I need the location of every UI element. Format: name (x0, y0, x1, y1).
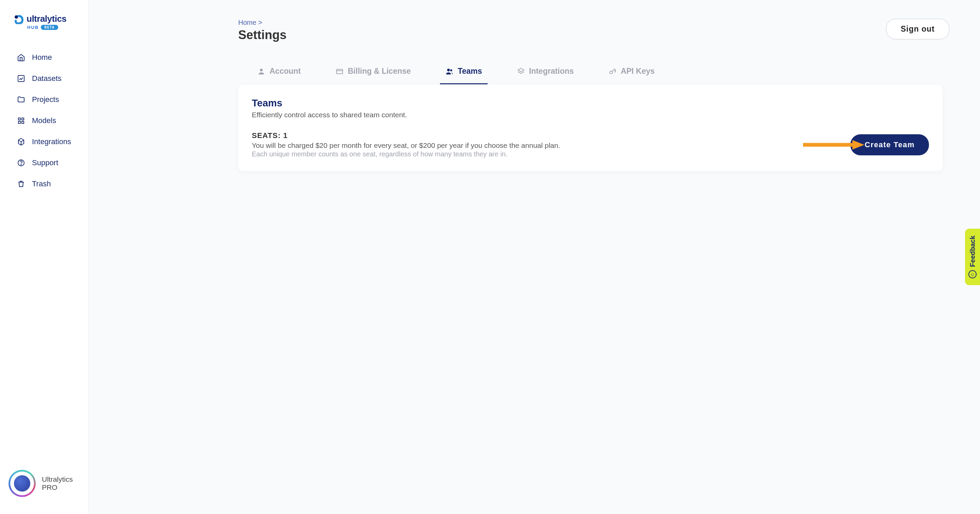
support-icon (17, 159, 25, 167)
sidebar-item-support[interactable]: Support (7, 152, 81, 173)
people-icon (445, 67, 453, 76)
breadcrumb-sep: > (258, 19, 262, 26)
user-name: Ultralytics (42, 475, 73, 484)
sidebar-item-models[interactable]: Models (7, 110, 81, 131)
tab-label: Billing & License (348, 67, 411, 76)
projects-icon (17, 95, 25, 104)
beta-badge: BETA (41, 25, 58, 30)
models-icon (17, 117, 25, 125)
sidebar: ultralytics HUB BETA Home Datasets Proje… (0, 0, 89, 514)
hub-label: HUB (27, 25, 39, 30)
nav-label: Projects (32, 95, 59, 104)
tab-apikeys[interactable]: API Keys (603, 63, 660, 84)
sidebar-item-integrations[interactable]: Integrations (7, 131, 81, 152)
logo[interactable]: ultralytics (14, 14, 75, 24)
svg-rect-2 (18, 118, 21, 120)
breadcrumb: Home > (238, 19, 286, 27)
tab-label: Integrations (529, 67, 574, 76)
sidebar-item-datasets[interactable]: Datasets (7, 68, 81, 89)
tab-integrations[interactable]: Integrations (511, 63, 579, 84)
tab-billing[interactable]: Billing & License (330, 63, 416, 84)
tab-teams[interactable]: Teams (440, 63, 487, 84)
sidebar-item-projects[interactable]: Projects (7, 89, 81, 110)
tabs-row: Account Billing & License Teams Integrat… (252, 63, 950, 85)
feedback-label: Feedback (969, 236, 977, 267)
trash-icon (17, 180, 25, 188)
card-subtitle: Efficiently control access to shared tea… (252, 111, 929, 119)
create-team-button[interactable]: Create Team (850, 134, 929, 155)
svg-point-12 (610, 71, 612, 74)
user-info: Ultralytics PRO (42, 475, 73, 492)
seats-desc: You will be charged $20 per month for ev… (252, 141, 560, 149)
card-icon (336, 67, 344, 76)
home-icon (17, 53, 25, 62)
integrations-icon (17, 138, 25, 146)
tab-label: API Keys (620, 67, 655, 76)
sidebar-item-home[interactable]: Home (7, 47, 81, 68)
avatar (8, 470, 36, 497)
brand-name: ultralytics (27, 14, 66, 24)
brand-sub: HUB BETA (27, 25, 75, 30)
nav-label: Models (32, 116, 56, 125)
key-icon (608, 67, 617, 76)
seats-note: Each unique member counts as one seat, r… (252, 150, 560, 158)
tab-label: Teams (458, 67, 482, 76)
nav-label: Home (32, 53, 52, 62)
svg-point-11 (450, 69, 452, 71)
card-title: Teams (252, 98, 929, 109)
svg-rect-3 (22, 118, 24, 120)
nav-label: Support (32, 159, 58, 167)
nav-label: Trash (32, 179, 51, 188)
logo-area: ultralytics HUB BETA (0, 10, 88, 43)
sidebar-user[interactable]: Ultralytics PRO (0, 463, 88, 504)
layers-icon (517, 67, 525, 76)
nav-list: Home Datasets Projects Models Integratio… (0, 43, 88, 198)
top-row: Home > Settings Sign out (119, 19, 950, 42)
seats-info: SEATS: 1 You will be charged $20 per mon… (252, 131, 560, 158)
header-left: Home > Settings (119, 19, 286, 42)
sidebar-item-trash[interactable]: Trash (7, 173, 81, 194)
breadcrumb-home[interactable]: Home (238, 19, 256, 26)
user-plan: PRO (42, 484, 73, 492)
svg-rect-9 (337, 69, 343, 74)
datasets-icon (17, 75, 25, 82)
smiley-icon: ☺ (969, 270, 977, 278)
page-title: Settings (238, 28, 286, 42)
svg-rect-4 (18, 121, 21, 124)
svg-point-10 (447, 69, 450, 71)
tab-account[interactable]: Account (252, 63, 306, 84)
nav-label: Integrations (32, 137, 71, 146)
tab-label: Account (269, 67, 301, 76)
svg-rect-1 (18, 76, 24, 82)
person-icon (257, 67, 266, 76)
teams-card: Teams Efficiently control access to shar… (238, 85, 943, 171)
nav-label: Datasets (32, 74, 62, 83)
svg-rect-5 (22, 121, 24, 124)
feedback-tab[interactable]: Feedback ☺ (965, 229, 980, 285)
main-content: Home > Settings Sign out Account Billing… (89, 0, 980, 190)
svg-point-8 (260, 69, 263, 71)
signout-button[interactable]: Sign out (886, 19, 950, 40)
svg-point-7 (21, 165, 21, 165)
brand-icon (14, 14, 24, 24)
seats-label: SEATS: 1 (252, 131, 560, 140)
seats-row: SEATS: 1 You will be charged $20 per mon… (252, 131, 929, 158)
